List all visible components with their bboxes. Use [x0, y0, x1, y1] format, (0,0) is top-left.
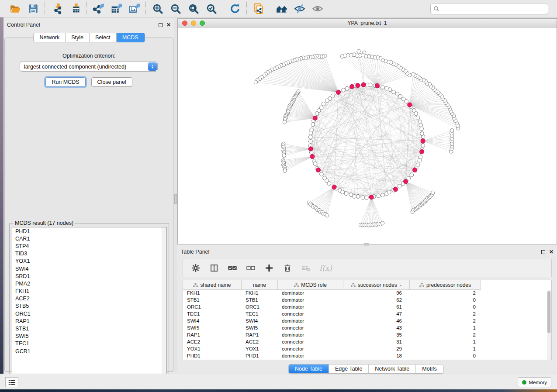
leaf-node[interactable] [282, 154, 286, 158]
table-row[interactable]: ACE2ACE2connector311 [183, 339, 551, 346]
mcds-hub-node[interactable] [313, 116, 317, 120]
table-row[interactable]: RAP1RAP1dominator352 [183, 332, 551, 339]
network-node[interactable] [420, 132, 424, 136]
network-node[interactable] [392, 90, 396, 94]
network-node[interactable] [365, 196, 369, 199]
mcds-hub-node[interactable] [408, 103, 412, 107]
network-node[interactable] [416, 116, 420, 120]
divider-grip[interactable] [174, 194, 177, 204]
network-node[interactable] [385, 86, 389, 90]
leaf-node[interactable] [283, 120, 286, 124]
run-mcds-button[interactable]: Run MCDS [45, 77, 85, 87]
network-node[interactable] [311, 123, 315, 127]
delete-table-icon[interactable] [301, 263, 311, 273]
mcds-hub-node[interactable] [421, 139, 425, 143]
mcds-result-item[interactable]: CAR1 [12, 235, 166, 242]
network-node[interactable] [308, 135, 312, 139]
mcds-result-item[interactable]: SWI4 [12, 265, 166, 272]
network-node[interactable] [387, 190, 391, 194]
mcds-hub-node[interactable] [356, 83, 360, 87]
window-close-icon[interactable] [182, 21, 187, 26]
mcds-hub-node[interactable] [369, 195, 374, 199]
network-node[interactable] [410, 173, 414, 177]
network-node[interactable] [398, 184, 401, 188]
search-input[interactable] [439, 6, 545, 12]
mcds-result-item[interactable]: STB1 [12, 325, 166, 332]
table-row[interactable]: TEC1TEC1connector472 [183, 311, 551, 318]
leaf-node[interactable] [283, 169, 287, 173]
mcds-hub-node[interactable] [336, 90, 341, 94]
column-header-shared-name[interactable]: shared name [183, 280, 242, 290]
mcds-hub-node[interactable] [350, 84, 354, 89]
mcds-hub-node[interactable] [310, 154, 315, 158]
task-history-button[interactable] [5, 377, 18, 387]
network-window-titlebar[interactable]: YPA_prune.txt_1 [178, 19, 557, 28]
close-panel-icon[interactable]: ✕ [166, 22, 171, 28]
memory-button[interactable]: Memory [518, 377, 551, 387]
mcds-hub-node[interactable] [361, 83, 366, 87]
network-node[interactable] [322, 102, 325, 106]
column-header-predecessor-nodes[interactable]: predecessor nodes [410, 280, 481, 290]
import-table-icon[interactable] [69, 3, 80, 14]
mcds-result-item[interactable]: PMA2 [12, 280, 166, 287]
tab-edge-table[interactable]: Edge Table [329, 364, 368, 373]
network-node[interactable] [353, 194, 356, 198]
network-node[interactable] [356, 194, 360, 198]
table-row[interactable]: SWI5SWI5connector431 [183, 325, 551, 332]
mcds-hub-node[interactable] [420, 149, 424, 154]
network-node[interactable] [345, 86, 349, 90]
settings-gear-icon[interactable] [191, 263, 201, 273]
float-panel-icon[interactable] [159, 23, 163, 27]
table-row[interactable]: SWI4SWI4dominator462 [183, 318, 551, 325]
zoom-selected-icon[interactable] [205, 3, 217, 14]
leaf-node[interactable] [412, 72, 415, 76]
network-node[interactable] [349, 193, 353, 197]
optimization-criterion-select[interactable]: largest connected component (undirected)… [20, 62, 158, 72]
network-node[interactable] [344, 192, 348, 196]
network-node[interactable] [407, 176, 411, 180]
network-node[interactable] [420, 127, 424, 131]
deselect-all-icon[interactable] [246, 263, 256, 273]
table-row[interactable]: PHD1PHD1dominator180 [183, 353, 551, 360]
close-panel-button[interactable]: Close panel [91, 77, 132, 87]
table-row[interactable]: STB1STB1dominator620 [183, 297, 551, 304]
mcds-result-item[interactable]: FKH1 [12, 288, 166, 295]
table-scrollbar-thumb[interactable] [547, 291, 550, 333]
hide-selected-icon[interactable] [294, 3, 305, 14]
network-node[interactable] [325, 99, 329, 103]
tab-network-table[interactable]: Network Table [368, 364, 415, 373]
first-neighbors-icon[interactable] [276, 3, 287, 14]
table-row[interactable]: FKH1FKH1dominator962 [183, 290, 551, 297]
close-panel-icon[interactable]: ✕ [549, 249, 554, 254]
network-node[interactable] [361, 196, 365, 199]
mcds-result-item[interactable]: TEC1 [12, 340, 166, 347]
export-network-icon[interactable] [92, 3, 104, 14]
panel-divider-vertical[interactable] [174, 20, 177, 372]
leaf-node[interactable] [381, 221, 384, 225]
network-node[interactable] [418, 158, 422, 162]
tab-network[interactable]: Network [33, 33, 66, 42]
network-node[interactable] [309, 131, 313, 135]
window-minimize-icon[interactable] [191, 21, 196, 26]
mcds-result-item[interactable]: SRD1 [12, 272, 166, 280]
network-node[interactable] [313, 162, 317, 166]
network-node[interactable] [395, 92, 399, 96]
mcds-result-item[interactable]: STP4 [12, 242, 166, 250]
leaf-node[interactable] [340, 55, 344, 58]
divider-grip-horizontal[interactable] [364, 243, 369, 246]
network-node[interactable] [309, 139, 313, 143]
leaf-node[interactable] [431, 191, 435, 195]
zoom-out-icon[interactable] [170, 3, 181, 14]
refresh-view-icon[interactable] [229, 3, 241, 14]
mcds-list-scrollbar[interactable] [162, 227, 166, 380]
leaf-node[interactable] [450, 129, 454, 133]
table-row[interactable]: YOX1YOX1connector291 [183, 346, 551, 353]
tab-node-table[interactable]: Node Table [289, 364, 329, 373]
mcds-result-item[interactable]: SWI5 [12, 333, 166, 340]
network-canvas[interactable] [178, 28, 557, 244]
add-column-icon[interactable] [264, 263, 274, 273]
mcds-hub-node[interactable] [393, 187, 398, 191]
float-panel-icon[interactable] [541, 250, 545, 254]
column-header-name[interactable]: name [242, 280, 278, 290]
network-node[interactable] [416, 163, 420, 167]
